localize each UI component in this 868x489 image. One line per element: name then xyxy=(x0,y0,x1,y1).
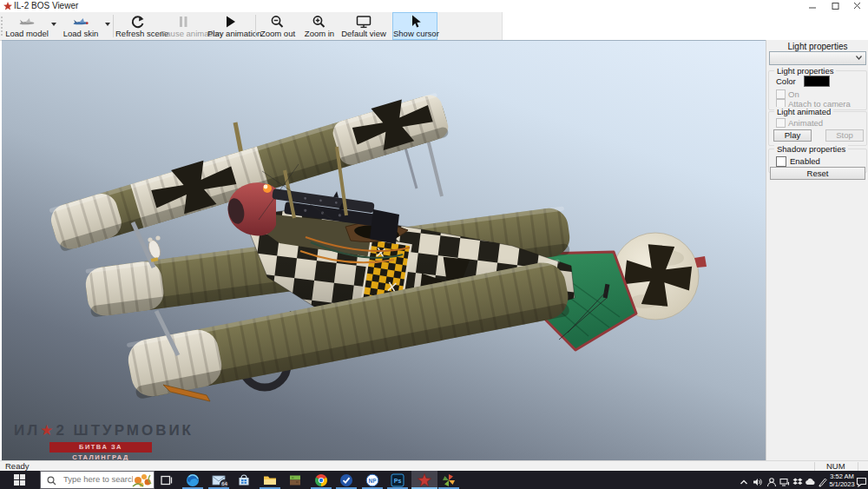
refresh-scene-label: Refresh scene xyxy=(115,29,159,38)
tray-network[interactable] xyxy=(779,475,790,486)
zoom-out-button[interactable]: Zoom out xyxy=(258,13,298,39)
model-viewport-canvas[interactable] xyxy=(2,41,766,461)
light-color-swatch[interactable] xyxy=(804,76,830,87)
panel-header: Light properties xyxy=(766,42,868,51)
chevron-down-icon xyxy=(856,56,862,60)
checkbox xyxy=(776,89,786,99)
play-animation-label: Play animation xyxy=(207,29,253,38)
load-skin-button[interactable]: Load skin xyxy=(58,13,103,39)
show-cursor-label: Show cursor xyxy=(393,29,437,38)
tray-onedrive[interactable] xyxy=(805,475,815,486)
np-icon-label: NP xyxy=(368,477,377,483)
stop-light-button: Stop xyxy=(825,129,864,142)
pause-icon xyxy=(174,15,192,29)
photoshop-icon-label: Ps xyxy=(394,478,402,484)
volume-icon xyxy=(753,477,763,487)
windows-logo-icon xyxy=(14,474,25,486)
edge-icon xyxy=(186,473,200,487)
zoom-in-label: Zoom in xyxy=(299,29,339,38)
load-model-button[interactable]: Load model xyxy=(4,13,49,39)
toolbar-separator xyxy=(255,15,256,37)
light-properties-panel: Light properties Light properties Color … xyxy=(766,40,868,460)
toolbar-separator xyxy=(113,15,114,37)
light-source-dropdown[interactable] xyxy=(769,51,866,65)
search-icon xyxy=(47,476,56,486)
np-icon: NP xyxy=(365,473,379,487)
search-input[interactable] xyxy=(62,473,135,485)
taskbar-app-edge[interactable] xyxy=(186,473,200,487)
default-view-button[interactable]: Default view xyxy=(341,13,386,39)
load-model-label: Load model xyxy=(4,29,49,38)
minimize-icon xyxy=(807,2,818,10)
taskbar-app-explorer[interactable] xyxy=(263,473,277,487)
taskbar-app-pinwheel[interactable] xyxy=(442,473,456,487)
close-icon xyxy=(852,2,862,10)
statusbar-separator xyxy=(814,462,815,471)
taskbar-app-chrome[interactable] xyxy=(314,473,328,487)
statusbar-separator xyxy=(858,462,858,471)
taskbar: 64 xyxy=(0,471,868,489)
maximize-button[interactable] xyxy=(830,2,840,10)
start-button[interactable] xyxy=(0,471,40,489)
photoshop-icon: Ps xyxy=(391,473,404,487)
tray-expand-button[interactable] xyxy=(739,475,749,486)
tray-account[interactable] xyxy=(766,475,777,486)
model-viewport[interactable]: ИЛ★2 ШТУРМОВИК БИТВА ЗА СТАЛИНГРАД xyxy=(2,40,766,461)
search-seasonal-art[interactable] xyxy=(131,472,154,489)
account-icon xyxy=(766,477,777,487)
zoom-out-label: Zoom out xyxy=(258,29,298,38)
action-center-icon xyxy=(856,477,867,487)
monitor-icon xyxy=(355,15,372,29)
light-animated-group: Light animated Animated Play Stop xyxy=(768,111,867,146)
il2-star-icon xyxy=(418,473,431,487)
minimize-button[interactable] xyxy=(807,2,818,10)
action-center-button[interactable] xyxy=(856,475,866,486)
cursor-icon xyxy=(406,15,424,29)
watermark-star-icon: ★ xyxy=(40,422,56,439)
group-label: Light properties xyxy=(774,66,836,76)
title-bar[interactable]: IL-2 BOS Viewer xyxy=(0,0,868,12)
chevron-up-icon xyxy=(739,477,749,487)
toolbar: Load model Load skin Refresh scene xyxy=(0,12,868,41)
taskbar-search[interactable] xyxy=(40,471,155,489)
checkbox[interactable] xyxy=(776,156,786,167)
file-explorer-icon xyxy=(263,473,277,487)
window-title: IL-2 BOS Viewer xyxy=(14,1,78,10)
zoom-in-button[interactable]: Zoom in xyxy=(299,13,339,39)
load-skin-label: Load skin xyxy=(58,29,103,38)
onedrive-cloud-icon xyxy=(805,477,816,487)
taskbar-app-check-circle[interactable] xyxy=(339,473,353,487)
tray-volume[interactable] xyxy=(753,475,763,486)
pause-animation-button: Pause animation xyxy=(161,13,206,39)
load-skin-dropdown-caret[interactable] xyxy=(105,23,110,26)
taskbar-app-photoshop[interactable]: Ps xyxy=(391,473,404,487)
refresh-scene-button[interactable]: Refresh scene xyxy=(115,13,159,39)
show-cursor-button[interactable]: Show cursor xyxy=(392,12,437,40)
taskbar-app-mail[interactable]: 64 xyxy=(212,473,226,487)
taskbar-app-np[interactable]: NP xyxy=(365,473,379,487)
default-view-label: Default view xyxy=(341,29,386,38)
chrome-icon xyxy=(314,473,328,487)
network-icon xyxy=(779,477,790,487)
maximize-icon xyxy=(830,2,840,10)
reset-button[interactable]: Reset xyxy=(770,167,865,180)
play-animation-button[interactable]: Play animation xyxy=(207,13,253,39)
close-button[interactable] xyxy=(852,2,862,10)
taskbar-app-store[interactable] xyxy=(237,473,251,487)
group-label: Shadow properties xyxy=(774,144,848,154)
dropbox-icon xyxy=(792,477,803,487)
tray-dropbox[interactable] xyxy=(792,475,803,486)
taskbar-app-minecraft[interactable] xyxy=(288,473,302,487)
app-star-icon xyxy=(3,2,12,10)
taskview-icon xyxy=(160,473,174,487)
play-light-button[interactable]: Play xyxy=(773,129,812,142)
load-model-dropdown-caret[interactable] xyxy=(51,23,56,26)
app-window: IL-2 BOS Viewer Load model xyxy=(0,0,868,489)
watermark-title: ИЛ★2 ШТУРМОВИК xyxy=(14,421,194,439)
taskbar-app-il2-viewer[interactable] xyxy=(418,473,431,487)
pause-animation-label: Pause animation xyxy=(161,29,206,38)
status-message: Ready xyxy=(5,461,29,471)
zoom-in-icon xyxy=(311,15,328,29)
task-view-button[interactable] xyxy=(160,473,174,487)
pinwheel-icon xyxy=(442,473,456,487)
